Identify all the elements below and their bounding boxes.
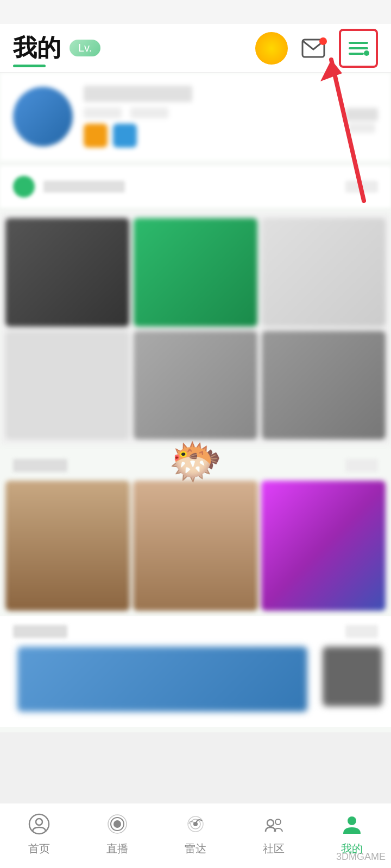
mail-notification-dot xyxy=(319,37,327,45)
section-text-1 xyxy=(43,181,125,193)
section3-header xyxy=(0,616,391,647)
small-card xyxy=(323,647,382,706)
live-icon xyxy=(103,810,131,838)
header-actions xyxy=(255,29,378,68)
nav-item-community[interactable]: 社区 xyxy=(235,810,313,856)
level-badge: Lv. xyxy=(70,40,100,56)
video-thumb-3[interactable] xyxy=(261,481,386,611)
svg-point-4 xyxy=(36,819,42,825)
video-thumb-1[interactable] xyxy=(5,481,130,611)
grid-item-6[interactable] xyxy=(262,331,386,439)
grid-item-2[interactable] xyxy=(134,218,257,327)
menu-button-wrapper xyxy=(339,29,378,68)
mine-icon xyxy=(338,810,366,838)
badge-1 xyxy=(84,124,108,148)
wide-card xyxy=(17,647,307,712)
nav-item-live[interactable]: 直播 xyxy=(78,810,156,856)
section3-more xyxy=(345,625,378,638)
profile-info xyxy=(84,86,335,148)
profile-stats xyxy=(345,108,378,133)
grid-item-1[interactable] xyxy=(5,218,129,327)
section3-title xyxy=(13,625,67,638)
level-icons xyxy=(84,124,335,148)
main-content: 🐡 xyxy=(0,73,391,732)
badge-2 xyxy=(113,124,137,148)
watermark: 3DMGAME xyxy=(336,851,386,863)
profile-section xyxy=(0,73,391,161)
content-grid-1 xyxy=(0,213,391,445)
section-icon-1 xyxy=(13,176,35,197)
menu-line-2 xyxy=(349,47,368,49)
nav-item-radar[interactable]: 雷达 xyxy=(156,810,235,856)
menu-button[interactable] xyxy=(339,29,378,68)
video-thumb-2[interactable] xyxy=(133,481,257,611)
user-avatar[interactable] xyxy=(13,87,73,146)
nav-item-mine[interactable]: 我的 xyxy=(313,810,391,856)
svg-point-11 xyxy=(267,820,274,826)
grid-item-5[interactable] xyxy=(134,331,257,439)
radar-icon xyxy=(181,810,210,838)
header: 我的 Lv. xyxy=(0,24,391,73)
nav-item-home[interactable]: 首页 xyxy=(0,810,78,856)
home-icon xyxy=(25,810,53,838)
radar-label: 雷达 xyxy=(185,841,206,856)
svg-point-5 xyxy=(113,820,121,828)
grid-item-3[interactable] xyxy=(262,218,386,327)
community-label: 社区 xyxy=(263,841,285,856)
content-section3 xyxy=(0,616,391,727)
stat-fans xyxy=(345,108,378,133)
section2-title xyxy=(13,459,67,472)
page-title: 我的 xyxy=(13,32,61,64)
user-name xyxy=(84,86,192,102)
home-label: 首页 xyxy=(28,841,50,856)
menu-lines-icon xyxy=(349,42,368,55)
menu-line-1 xyxy=(349,42,368,44)
video-grid xyxy=(0,481,391,616)
mail-button[interactable] xyxy=(299,36,328,60)
svg-point-12 xyxy=(275,819,281,825)
section-icons-row xyxy=(0,166,391,207)
bottom-navigation: 首页 直播 雷达 xyxy=(0,803,391,868)
live-label: 直播 xyxy=(106,841,128,856)
section2-more xyxy=(345,459,378,472)
community-icon xyxy=(260,810,288,838)
menu-settings-dot xyxy=(364,50,369,56)
svg-point-13 xyxy=(348,816,356,825)
menu-line-3 xyxy=(349,53,364,55)
grid-item-4[interactable] xyxy=(5,331,129,439)
mascot-character: 🐡 xyxy=(168,436,223,487)
status-bar xyxy=(0,0,391,24)
sun-icon[interactable] xyxy=(255,32,288,65)
